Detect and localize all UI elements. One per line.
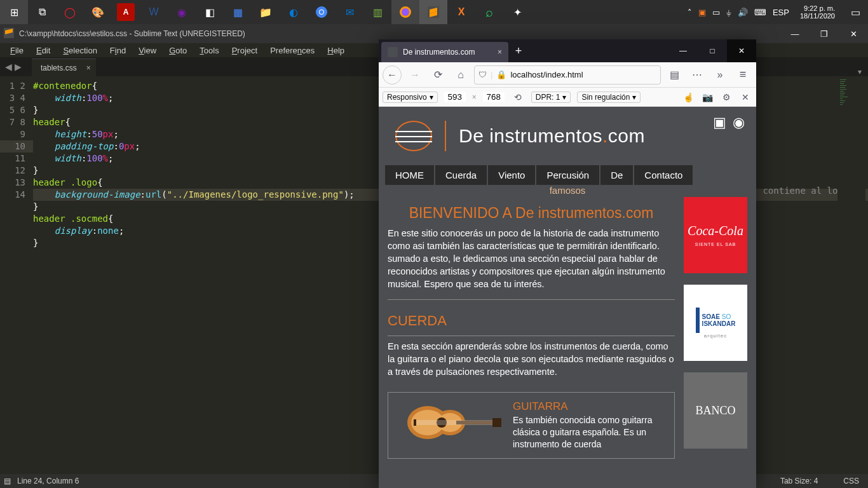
pinterest-icon[interactable]: ◉: [733, 114, 745, 131]
throttle-select[interactable]: Sin regulación ▾: [577, 92, 641, 103]
ad-banco[interactable]: BANCO: [684, 372, 747, 449]
maximize-button[interactable]: □: [698, 39, 727, 62]
tray-keyboard-icon[interactable]: ⌨: [751, 8, 770, 17]
menu-find[interactable]: Find: [104, 44, 132, 57]
word-icon[interactable]: W: [140, 0, 168, 24]
new-tab-button[interactable]: +: [508, 44, 529, 58]
opera-icon[interactable]: ◯: [56, 0, 84, 24]
close-button[interactable]: ✕: [727, 39, 756, 62]
nav-percusion[interactable]: Percusión: [536, 165, 599, 185]
system-tray[interactable]: ˄ ▣ ▭ ⏚ 🔊 ⌨ ESP: [684, 8, 792, 17]
minimize-button[interactable]: —: [780, 24, 810, 43]
intro-paragraph: En este sitio conocerás un poco de la hi…: [388, 227, 675, 295]
tab-overflow-icon[interactable]: ▾: [858, 67, 868, 76]
back-button[interactable]: ←: [383, 65, 402, 85]
device-select[interactable]: Responsivo ▾: [383, 92, 438, 103]
tab-close-icon[interactable]: ×: [86, 64, 91, 72]
tray-battery-icon[interactable]: ▭: [709, 8, 723, 17]
taskbar-clock[interactable]: 9:22 p. m. 18/11/2020: [792, 4, 843, 20]
rotate-button[interactable]: ⟲: [511, 92, 525, 102]
firefox-tabstrip: De instrumentos.com × + — □ ✕: [379, 39, 756, 62]
sublime-icon[interactable]: [419, 0, 447, 24]
shield-icon[interactable]: 🛡: [478, 70, 487, 79]
nav-overflow-label: famosos: [379, 185, 756, 197]
overflow-button[interactable]: »: [710, 65, 729, 85]
guitar-image: [396, 400, 504, 445]
app-icon[interactable]: ◧: [196, 0, 224, 24]
statusbar-syntax[interactable]: CSS: [843, 477, 859, 485]
screenshot-button[interactable]: 📷: [700, 92, 714, 102]
mail-icon[interactable]: ✉: [336, 0, 363, 24]
header-divider: [445, 121, 446, 151]
minimize-button[interactable]: —: [668, 39, 698, 62]
edge-icon[interactable]: ◐: [280, 0, 308, 24]
tab-nav-arrows[interactable]: ◀ ▶: [0, 57, 32, 76]
chrome-icon[interactable]: [308, 0, 336, 24]
minimap[interactable]: ▬▬▬▬▬▬▬▬▬▬▬▬▬▬▬▬▬▬▬▬▬▬▬▬▬▬▬▬▬▬▬▬▬▬▬▬▬▬▬▬…: [837, 76, 865, 458]
nav-viento[interactable]: Viento: [488, 165, 535, 185]
onenote-icon[interactable]: ◉: [168, 0, 196, 24]
menu-project[interactable]: Project: [226, 44, 264, 57]
menu-goto[interactable]: Goto: [163, 44, 193, 57]
close-devtools-button[interactable]: ✕: [738, 92, 752, 102]
tab-close-icon[interactable]: ×: [498, 48, 502, 57]
whatsapp-icon[interactable]: ⌕: [475, 0, 503, 24]
dimension-separator: ×: [472, 93, 477, 102]
menu-button[interactable]: ≡: [733, 65, 752, 85]
maximize-button[interactable]: ❐: [810, 24, 839, 43]
close-button[interactable]: ✕: [839, 24, 868, 43]
tray-volume-icon[interactable]: 🔊: [735, 8, 751, 17]
ad-soae[interactable]: SOAE SOISKANDAR arquitec: [684, 285, 747, 361]
acrobat-icon[interactable]: A: [117, 3, 135, 21]
home-button[interactable]: ⌂: [451, 65, 470, 85]
statusbar-indent[interactable]: Tab Size: 4: [780, 477, 818, 485]
reload-button[interactable]: ⟳: [428, 65, 447, 85]
sidebar-ads: Coca-Cola SIENTE EL SAB SOAE SOISKANDAR …: [684, 197, 747, 460]
tray-chevron-icon[interactable]: ˄: [684, 8, 695, 17]
xampp-icon[interactable]: X: [447, 0, 475, 24]
menu-preferences[interactable]: Preferences: [264, 44, 321, 57]
page-actions-button[interactable]: ⋯: [688, 65, 707, 85]
menu-selection[interactable]: Selection: [57, 44, 103, 57]
url-text: localhost/index.html: [510, 70, 583, 79]
app-icon[interactable]: ✦: [503, 0, 531, 24]
notes-icon[interactable]: ▥: [363, 0, 391, 24]
touch-button[interactable]: ☝: [681, 92, 695, 102]
notifications-icon[interactable]: ▭: [843, 0, 868, 24]
reader-button[interactable]: ▤: [665, 65, 684, 85]
forward-button[interactable]: →: [405, 65, 424, 85]
tray-xampp-icon[interactable]: ▣: [695, 8, 709, 17]
section-heading-cuerda: CUERDA: [388, 304, 675, 332]
menu-help[interactable]: Help: [321, 44, 351, 57]
url-bar[interactable]: 🛡 | 🔒 localhost/index.html: [474, 65, 661, 85]
tray-wifi-icon[interactable]: ⏚: [723, 8, 735, 17]
browser-viewport[interactable]: De instrumentos.com ▣ ◉ HOME Cuerda Vien…: [379, 107, 756, 488]
ad-cocacola[interactable]: Coca-Cola SIENTE EL SAB: [684, 197, 747, 273]
start-button[interactable]: ⊞: [0, 0, 28, 24]
menu-file[interactable]: File: [4, 44, 30, 57]
editor-tab[interactable]: tablets.css ×: [32, 58, 96, 76]
nav-home[interactable]: HOME: [385, 165, 434, 185]
task-view-icon[interactable]: ⧉: [28, 0, 56, 24]
menu-tools[interactable]: Tools: [193, 44, 225, 57]
lock-icon[interactable]: 🔒: [496, 70, 506, 79]
nav-contacto[interactable]: Contacto: [634, 165, 693, 185]
app-icon[interactable]: ▦: [224, 0, 252, 24]
viewport-width-input[interactable]: [444, 92, 466, 102]
nav-cuerda[interactable]: Cuerda: [435, 165, 487, 185]
facebook-icon[interactable]: ▣: [713, 114, 726, 131]
instrument-card-guitarra: GUITARRA Es también conocida como guitar…: [388, 392, 675, 459]
viewport-height-input[interactable]: [483, 92, 505, 102]
dpr-select[interactable]: DPR: 1 ▾: [531, 92, 571, 103]
settings-button[interactable]: ⚙: [719, 92, 733, 102]
paint-icon[interactable]: 🎨: [84, 0, 112, 24]
tray-language[interactable]: ESP: [770, 8, 792, 17]
browser-tab[interactable]: De instrumentos.com ×: [381, 42, 508, 62]
site-title: De instrumentos.com: [459, 125, 645, 147]
nav-de[interactable]: De: [600, 165, 633, 185]
menu-edit[interactable]: Edit: [30, 44, 57, 57]
menu-view[interactable]: View: [132, 44, 163, 57]
firefox-icon[interactable]: [391, 0, 419, 24]
explorer-icon[interactable]: 📁: [252, 0, 280, 24]
statusbar-panel-icon[interactable]: ▤: [4, 477, 11, 485]
